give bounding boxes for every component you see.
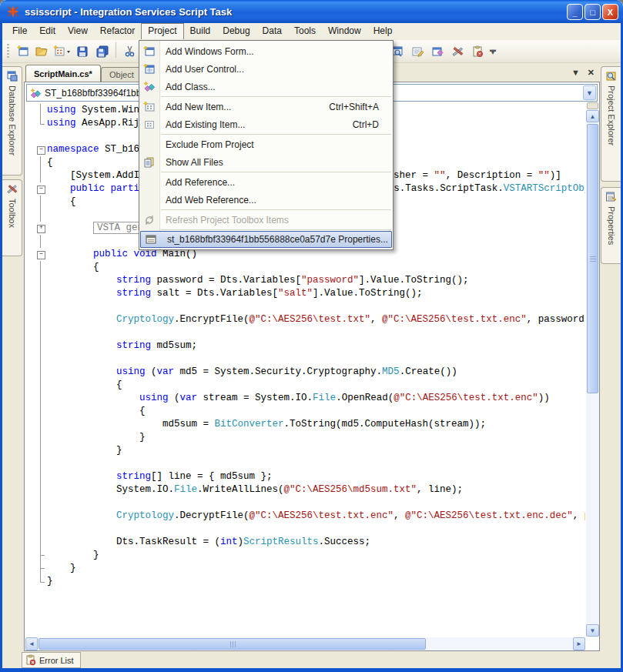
user-control-icon bbox=[139, 63, 159, 75]
code-line: } bbox=[25, 549, 585, 562]
fold-collapse-icon[interactable] bbox=[35, 182, 47, 196]
code-line: string md5sum; bbox=[25, 339, 585, 353]
application-window: ssisscript - Integration Services Script… bbox=[0, 0, 623, 672]
menu-item-st-b168bfbf33964f1bb556888ce0a57d7e-properties[interactable]: st_b168bfbf33964f1bb556888ce0a57d7e Prop… bbox=[140, 231, 392, 248]
sidebar-tab-project-explorer[interactable]: Project Explorer bbox=[601, 66, 621, 182]
code-line: { bbox=[25, 405, 585, 418]
menu-item-add-user-control[interactable]: Add User Control... bbox=[139, 60, 393, 78]
fold-margin bbox=[35, 117, 47, 130]
tools-icon[interactable] bbox=[448, 42, 467, 61]
menu-view[interactable]: View bbox=[62, 23, 94, 39]
vertical-scrollbar[interactable]: ▲ ▼ bbox=[586, 102, 599, 637]
code-line bbox=[25, 457, 585, 470]
form-edit-icon[interactable] bbox=[408, 42, 427, 61]
code-line bbox=[25, 496, 585, 510]
menu-tools[interactable]: Tools bbox=[288, 23, 322, 39]
close-document-icon[interactable]: ✕ bbox=[588, 68, 595, 78]
menu-item-label: Add Class... bbox=[159, 82, 393, 92]
scroll-right-icon[interactable]: ► bbox=[573, 637, 585, 650]
visual-studio-logo-icon bbox=[6, 5, 20, 18]
menu-project[interactable]: Project bbox=[141, 23, 183, 39]
sidebar-tab-database-explorer[interactable]: Database Explorer bbox=[2, 66, 22, 176]
horizontal-scroll-thumb[interactable] bbox=[39, 638, 426, 650]
minimize-button[interactable]: _ bbox=[567, 4, 583, 20]
menu-item-shortcut: Ctrl+Shift+A bbox=[329, 102, 393, 112]
fold-collapse-icon[interactable] bbox=[35, 143, 47, 156]
fold-margin bbox=[35, 366, 47, 379]
tab-object[interactable]: Object bbox=[101, 67, 142, 82]
tab-list-dropdown-icon[interactable]: ▼ bbox=[571, 68, 580, 78]
code-line: { bbox=[25, 379, 585, 392]
menu-item-refresh-project-toolbox-items: Refresh Project Toolbox Items bbox=[139, 211, 393, 229]
fold-collapse-icon[interactable] bbox=[35, 248, 47, 261]
menu-item-exclude-from-project[interactable]: Exclude From Project bbox=[139, 135, 393, 153]
menu-item-add-reference[interactable]: Add Reference... bbox=[139, 173, 393, 191]
menu-item-label: Add Existing Item... bbox=[159, 119, 353, 130]
fold-margin bbox=[35, 313, 47, 326]
code-line: System.IO.File.WriteAllLines(@"C:\AES256… bbox=[25, 483, 585, 496]
scroll-down-icon[interactable]: ▼ bbox=[586, 624, 599, 637]
sidebar-tab-properties[interactable]: Properties bbox=[601, 187, 621, 264]
clipboard-error-icon bbox=[25, 654, 36, 666]
code-line: } bbox=[25, 575, 585, 588]
window-border-bottom bbox=[0, 668, 623, 672]
menu-item-add-existing-item[interactable]: Add Existing Item...Ctrl+D bbox=[139, 115, 393, 133]
menu-item-label: Add Windows Form... bbox=[159, 46, 393, 57]
new-form-icon[interactable] bbox=[13, 42, 32, 61]
fold-expand-icon[interactable] bbox=[35, 222, 47, 235]
menu-data[interactable]: Data bbox=[256, 23, 288, 39]
menu-file[interactable]: File bbox=[6, 23, 33, 39]
horizontal-scrollbar[interactable]: ◄ ► bbox=[25, 637, 585, 650]
menu-edit[interactable]: Edit bbox=[33, 23, 62, 39]
menu-item-add-class[interactable]: Add Class... bbox=[139, 78, 393, 95]
open-folder-icon[interactable] bbox=[33, 42, 52, 61]
menu-item-label: Add Reference... bbox=[159, 177, 393, 188]
form-sparkle-icon[interactable] bbox=[428, 42, 447, 61]
combobox-dropdown-icon[interactable]: ▼ bbox=[583, 85, 596, 100]
maximize-button[interactable]: □ bbox=[584, 4, 601, 20]
menu-build[interactable]: Build bbox=[184, 23, 217, 39]
existing-item-icon bbox=[139, 119, 159, 131]
menu-item-add-new-item[interactable]: Add New Item...Ctrl+Shift+A bbox=[139, 98, 393, 115]
clipboard-error-icon[interactable] bbox=[468, 42, 487, 61]
scroll-up-icon[interactable]: ▲ bbox=[586, 110, 599, 122]
code-line bbox=[25, 353, 585, 366]
menu-item-show-all-files[interactable]: Show All Files bbox=[139, 153, 393, 171]
fold-margin bbox=[35, 261, 47, 274]
save-icon[interactable] bbox=[73, 42, 92, 61]
menu-item-label: Add Web Reference... bbox=[159, 195, 393, 206]
menu-window[interactable]: Window bbox=[322, 23, 367, 39]
vertical-scroll-thumb[interactable] bbox=[587, 124, 598, 393]
fold-margin bbox=[35, 169, 47, 182]
error-list-tab[interactable]: Error List bbox=[22, 652, 81, 668]
code-line: } bbox=[25, 562, 585, 575]
menu-item-add-windows-form[interactable]: Add Windows Form... bbox=[139, 42, 393, 60]
menu-debug[interactable]: Debug bbox=[216, 23, 256, 39]
fold-margin bbox=[35, 562, 47, 575]
menu-item-label: Show All Files bbox=[159, 157, 393, 168]
code-line: { bbox=[25, 261, 585, 274]
fold-margin bbox=[35, 274, 47, 287]
menu-help[interactable]: Help bbox=[367, 23, 399, 39]
splitter-handle[interactable] bbox=[587, 102, 598, 109]
code-line: string salt = Dts.Variables["salt"].Valu… bbox=[25, 287, 585, 300]
cut-icon[interactable] bbox=[120, 42, 139, 61]
fold-margin bbox=[35, 156, 47, 169]
scroll-left-icon[interactable]: ◄ bbox=[25, 637, 38, 650]
fold-margin bbox=[35, 209, 47, 222]
sidebar-tab-toolbox[interactable]: Toolbox bbox=[2, 179, 22, 256]
add-item-icon[interactable] bbox=[53, 42, 72, 61]
menu-refactor[interactable]: Refactor bbox=[94, 23, 141, 39]
title-bar: ssisscript - Integration Services Script… bbox=[0, 0, 623, 23]
class-icon bbox=[139, 81, 159, 93]
toolbar-separator bbox=[116, 42, 116, 58]
fold-margin bbox=[35, 431, 47, 444]
fold-margin bbox=[35, 523, 47, 536]
tab-scriptmain[interactable]: ScriptMain.cs* bbox=[25, 65, 101, 82]
toolbar-grip[interactable] bbox=[7, 44, 9, 59]
close-button[interactable]: X bbox=[602, 4, 618, 20]
fold-margin bbox=[35, 339, 47, 353]
menu-item-add-web-reference[interactable]: Add Web Reference... bbox=[139, 191, 393, 209]
toolbar-overflow-button[interactable]: ▬▼ bbox=[487, 42, 498, 61]
save-all-icon[interactable] bbox=[93, 42, 112, 61]
